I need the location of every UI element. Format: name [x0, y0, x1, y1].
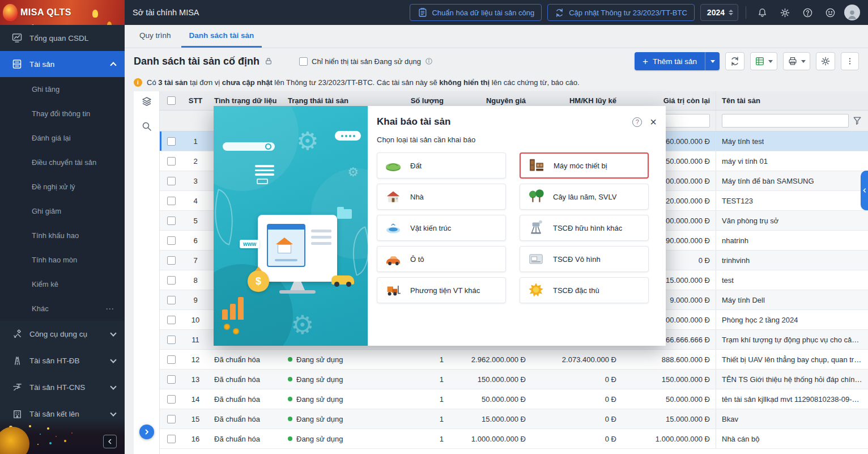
- coin-illustration: [224, 324, 230, 330]
- cell-ten-tai-san: Máy tính để bàn SAMSUNG: [716, 171, 868, 190]
- row-checkbox[interactable]: [167, 435, 176, 443]
- year-selector[interactable]: 2024: [700, 4, 738, 21]
- add-asset-button[interactable]: + Thêm tài sản: [635, 52, 705, 70]
- update-circular-button[interactable]: Cập nhật Thông tư 23/2023/TT-BTC: [547, 4, 695, 21]
- row-checkbox[interactable]: [167, 336, 176, 344]
- app-logo[interactable]: MISA QLTS: [0, 0, 125, 25]
- row-checkbox[interactable]: [167, 415, 176, 423]
- search-icon[interactable]: [134, 121, 159, 132]
- sidebar-subitem[interactable]: Đánh giá lại: [0, 126, 125, 150]
- show-active-only-filter[interactable]: Chỉ hiển thị tài sản Đang sử dụng: [299, 57, 433, 66]
- filter-input-ten-tai-san[interactable]: [722, 114, 849, 128]
- export-grid-button[interactable]: [750, 52, 777, 70]
- cell-text: Nhà cán bộ: [722, 435, 760, 443]
- asset-type-option-structure[interactable]: Vật kiến trúc: [377, 215, 506, 241]
- print-button[interactable]: [783, 52, 810, 70]
- sidebar-subitem[interactable]: Thay đổi thông tin: [0, 101, 125, 126]
- asset-type-option-land[interactable]: Đất: [377, 152, 506, 179]
- row-checkbox[interactable]: [167, 276, 176, 285]
- help-icon[interactable]: [799, 4, 816, 21]
- sidebar-subitem[interactable]: Tính hao mòn: [0, 248, 125, 272]
- sidebar-subitem[interactable]: Tính khấu hao: [0, 223, 125, 248]
- info-icon[interactable]: [425, 57, 433, 65]
- sidebar-item-tong-quan-csdl[interactable]: Tổng quan CSDL: [0, 25, 125, 51]
- row-checkbox[interactable]: [167, 137, 176, 146]
- table-row[interactable]: 14Đã chuẩn hóaĐang sử dụng150.000.000 Đ0…: [160, 389, 868, 409]
- show-active-only-checkbox[interactable]: [299, 57, 308, 66]
- cell-gia-tri-con-lai: 150.000.000 Đ: [622, 370, 716, 389]
- cell-ten-tai-san: tên tài sản kjllkạd mvt 11290810238-09-9…: [716, 389, 868, 409]
- sidebar-subitem[interactable]: Khác⋯: [0, 296, 125, 321]
- organization-title: Sở tài chính MISA: [133, 8, 199, 17]
- table-row[interactable]: 13Đã chuẩn hóaĐang sử dụng1150.000.000 Đ…: [160, 370, 868, 389]
- cell-ten-tai-san: máy vi tính 01: [716, 151, 868, 171]
- close-icon[interactable]: ×: [650, 116, 657, 128]
- row-checkbox[interactable]: [167, 236, 176, 245]
- asset-type-option-tree[interactable]: Cây lâu năm, SVLV: [520, 184, 649, 210]
- more-options-button[interactable]: [841, 52, 859, 70]
- add-asset-dropdown[interactable]: [705, 52, 720, 70]
- row-checkbox[interactable]: [167, 296, 176, 304]
- cell-ten-tai-san: Nhà cán bộ: [716, 429, 868, 448]
- year-stepper[interactable]: [729, 10, 733, 15]
- asset-type-option-car[interactable]: Ô tô: [377, 246, 506, 272]
- cell-text: 66.666.666 Đ: [666, 336, 710, 344]
- table-row[interactable]: 15Đã chuẩn hóaĐang sử dụng115.000.000 Đ0…: [160, 409, 868, 429]
- modal-help-icon[interactable]: ?: [632, 117, 642, 127]
- column-layers-icon[interactable]: [134, 96, 159, 107]
- bar-chart-illustration: [222, 297, 244, 320]
- sidebar-subitem[interactable]: Ghi tăng: [0, 77, 125, 101]
- sidebar-collapse-button[interactable]: [103, 435, 117, 448]
- cell-stt: 16: [182, 429, 209, 448]
- expand-side-panel-button[interactable]: [861, 171, 868, 210]
- row-checkbox[interactable]: [167, 316, 176, 324]
- feedback-smiley-icon[interactable]: [822, 4, 839, 21]
- filter-funnel-icon[interactable]: [852, 116, 862, 126]
- sidebar-group-water[interactable]: Tài sản HT-CNS: [0, 374, 125, 401]
- row-checkbox[interactable]: [167, 395, 176, 404]
- rect-illustration: [257, 179, 268, 184]
- asset-type-option-vehicle-other[interactable]: Phương tiện VT khác: [377, 277, 506, 303]
- row-checkbox[interactable]: [167, 177, 176, 185]
- sidebar-item-tai-san[interactable]: Tài sản: [0, 51, 125, 77]
- row-checkbox[interactable]: [167, 355, 176, 364]
- table-row[interactable]: 16Đã chuẩn hóaĐang sử dụng11.000.000.000…: [160, 429, 868, 449]
- cell-text: 50.000.000 Đ: [482, 395, 526, 404]
- spin-down-icon[interactable]: [729, 13, 733, 15]
- sidebar-subitem[interactable]: Ghi giảm: [0, 199, 125, 223]
- sidebar-subitem[interactable]: Kiểm kê: [0, 272, 125, 296]
- standardize-data-button[interactable]: Chuẩn hóa dữ liệu tài sản công: [410, 4, 542, 21]
- next-page-button[interactable]: [139, 425, 154, 439]
- user-avatar[interactable]: [844, 5, 860, 20]
- cell-text: 9.000.000 Đ: [670, 296, 710, 304]
- row-checkbox[interactable]: [167, 157, 176, 166]
- refresh-button[interactable]: [725, 52, 744, 70]
- asset-type-option-intangible[interactable]: TSCĐ Vô hình: [520, 246, 649, 272]
- tab-danh-sach-tai-san[interactable]: Danh sách tài sản: [181, 25, 262, 48]
- warning-text-segment: lên Thông tư 23/2023/TT-BTC. Các tài sản…: [273, 78, 440, 87]
- sidebar-group-road[interactable]: Tài sản HT-ĐB: [0, 347, 125, 374]
- table-row[interactable]: 12Đã chuẩn hóaĐang sử dụng12.962.000.000…: [160, 350, 868, 370]
- table-settings-button[interactable]: [816, 52, 835, 70]
- asset-type-option-house[interactable]: Nhà: [377, 184, 506, 210]
- notification-bell-icon[interactable]: [754, 4, 771, 21]
- asset-type-option-tangible-other[interactable]: TSCĐ hữu hình khác: [520, 215, 649, 241]
- dashboard-icon: [11, 32, 23, 44]
- select-all-checkbox[interactable]: [167, 96, 176, 105]
- asset-type-option-machine[interactable]: Máy móc thiết bị: [520, 152, 649, 179]
- festive-decoration: [0, 418, 125, 454]
- sidebar-group-tools[interactable]: Công cụ dụng cụ: [0, 321, 125, 347]
- sidebar-subitem[interactable]: Đề nghị xử lý: [0, 175, 125, 199]
- row-checkbox[interactable]: [167, 197, 176, 205]
- row-checkbox[interactable]: [167, 375, 176, 384]
- asset-type-option-special[interactable]: TSCĐ đặc thù: [520, 277, 649, 303]
- sidebar-subitem[interactable]: Điều chuyển tài sản: [0, 150, 125, 175]
- settings-gear-icon[interactable]: [776, 4, 793, 21]
- cell-stt: 15: [182, 409, 209, 428]
- row-checkbox[interactable]: [167, 217, 176, 225]
- more-icon[interactable]: ⋯: [105, 304, 114, 314]
- tab-quy-trinh[interactable]: Quy trình: [131, 25, 179, 48]
- add-asset-split-button[interactable]: + Thêm tài sản: [635, 52, 720, 70]
- spin-up-icon[interactable]: [729, 10, 733, 12]
- row-checkbox[interactable]: [167, 256, 176, 265]
